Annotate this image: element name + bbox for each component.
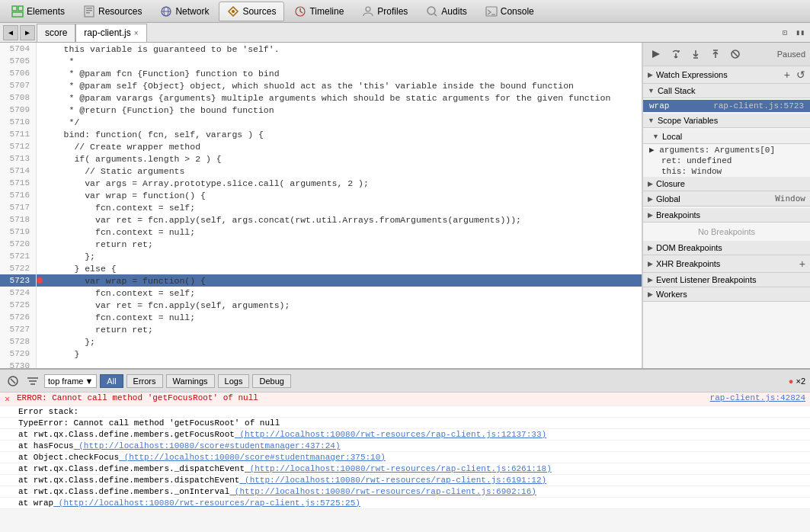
- code-line-5714[interactable]: 5714 // Static arguments: [0, 165, 642, 177]
- code-line-5724[interactable]: 5724 fcn.context = self;: [0, 287, 642, 299]
- closure-section[interactable]: ▶ Closure: [643, 177, 810, 191]
- filter-all-btn[interactable]: All: [100, 374, 123, 388]
- scope-arguments[interactable]: ▶ arguments: Arguments[0]: [643, 144, 810, 155]
- tab-profiles[interactable]: Profiles: [354, 2, 416, 21]
- code-line-5704[interactable]: 5704 this variable is guaranteed to be '…: [0, 43, 642, 55]
- clear-console-btn[interactable]: [5, 373, 21, 389]
- scope-variables-section[interactable]: ▼ Scope Variables: [643, 114, 810, 128]
- local-section[interactable]: ▼ Local: [643, 130, 810, 144]
- code-line-5730[interactable]: 5730: [0, 360, 642, 368]
- deactivate-btn[interactable]: [727, 46, 744, 62]
- local-triangle-icon: ▼: [652, 133, 659, 140]
- svg-point-16: [427, 7, 435, 14]
- deactivate-icon: [730, 49, 741, 59]
- event-listener-section[interactable]: ▶ Event Listener Breakpoints: [643, 273, 810, 287]
- file-tab-score[interactable]: score: [37, 24, 75, 42]
- code-line-5721[interactable]: 5721 };: [0, 250, 642, 262]
- code-line-5726[interactable]: 5726 fcn.context = null;: [0, 311, 642, 323]
- console-link[interactable]: (http://localhost:10080/rwt-resources/ra…: [245, 464, 552, 473]
- code-line-5725[interactable]: 5725 var ret = fcn.apply(self, arguments…: [0, 299, 642, 311]
- workers-label: Workers: [656, 290, 687, 299]
- watch-add-btn[interactable]: +: [784, 69, 790, 81]
- xhr-breakpoints-section[interactable]: ▶ XHR Breakpoints +: [643, 255, 810, 273]
- resume-btn[interactable]: [648, 46, 664, 62]
- tab-sources[interactable]: Sources: [219, 2, 284, 21]
- code-line-5729[interactable]: 5729 }: [0, 348, 642, 360]
- line-number: 5721: [0, 250, 37, 262]
- nav-next-btn[interactable]: ▶: [20, 25, 35, 40]
- code-line-5709[interactable]: 5709 * @return {Function} the bound func…: [0, 104, 642, 116]
- file-tab-rap-client[interactable]: rap-client.js ×: [75, 24, 146, 42]
- code-line-5715[interactable]: 5715 var args = Array.prototype.slice.ca…: [0, 177, 642, 189]
- frame-selector[interactable]: top frame ▼: [44, 374, 97, 388]
- call-stack-section[interactable]: ▼ Call Stack: [643, 84, 810, 98]
- filter-errors-btn[interactable]: Errors: [126, 374, 163, 388]
- tab-console[interactable]: Console: [477, 2, 543, 21]
- panel-btn-1[interactable]: ⊡: [778, 26, 792, 40]
- console-link[interactable]: (http://localhost:10080/rwt-resources/ra…: [229, 487, 536, 496]
- code-line-5722[interactable]: 5722 } else {: [0, 262, 642, 274]
- step-into-btn[interactable]: [687, 46, 704, 62]
- code-line-5716[interactable]: 5716 var wrap = function() {: [0, 189, 642, 201]
- code-line-5723[interactable]: 5723 var wrap = function() {: [0, 274, 642, 287]
- console-line-source[interactable]: rap-client.js:42824: [710, 393, 805, 402]
- line-number: 5704: [0, 43, 37, 55]
- tab-elements[interactable]: Elements: [3, 2, 73, 21]
- xhr-add-btn[interactable]: +: [799, 258, 805, 270]
- line-number: 5714: [0, 165, 37, 177]
- paused-label: Paused: [777, 50, 805, 59]
- code-line-5711[interactable]: 5711 bind: function( fcn, self, varargs …: [0, 128, 642, 140]
- code-line-5713[interactable]: 5713 if( arguments.length > 2 ) {: [0, 152, 642, 165]
- console-link[interactable]: (http://localhost:10080/rwt-resources/ra…: [235, 430, 546, 439]
- code-line-5710[interactable]: 5710 */: [0, 116, 642, 128]
- step-out-btn[interactable]: [707, 46, 724, 62]
- code-line-5705[interactable]: 5705 *: [0, 55, 642, 67]
- console-line: at rwt.qx.Class.define.members.getFocusR…: [0, 429, 810, 441]
- nav-prev-btn[interactable]: ◀: [3, 25, 18, 40]
- console-link[interactable]: (http://localhost:10080/rwt-resources/ra…: [239, 476, 546, 485]
- filter-console-btn[interactable]: [24, 373, 41, 389]
- code-line-5727[interactable]: 5727 return ret;: [0, 323, 642, 335]
- svg-rect-2: [12, 12, 23, 17]
- watch-expressions-section[interactable]: ▶ Watch Expressions + ↺: [643, 66, 810, 84]
- console-link[interactable]: (http://localhost:10080/score#studentman…: [119, 453, 386, 462]
- code-scroll[interactable]: 5704 this variable is guaranteed to be '…: [0, 43, 642, 368]
- rap-client-close-btn[interactable]: ×: [134, 29, 139, 37]
- code-line-5708[interactable]: 5708 * @param varargs {arguments} multip…: [0, 91, 642, 104]
- dom-triangle-icon: ▶: [648, 244, 653, 252]
- filter-logs-btn[interactable]: Logs: [218, 374, 250, 388]
- console-link[interactable]: (http://localhost:10080/score#studentman…: [74, 441, 341, 450]
- global-section[interactable]: ▶ Global Window: [643, 191, 810, 207]
- main-area: 5704 this variable is guaranteed to be '…: [0, 43, 810, 368]
- code-line-5706[interactable]: 5706 * @param fcn {Function} function to…: [0, 67, 642, 79]
- tab-resources[interactable]: Resources: [75, 2, 150, 21]
- step-over-btn[interactable]: [668, 46, 684, 62]
- code-line-5707[interactable]: 5707 * @param self {Object} object, whic…: [0, 79, 642, 91]
- line-content: fcn.context = self;: [37, 203, 195, 213]
- line-content: *: [37, 56, 74, 66]
- code-line-5712[interactable]: 5712 // Create wrapper method: [0, 140, 642, 152]
- watch-refresh-btn[interactable]: ↺: [796, 69, 805, 81]
- filter-debug-btn[interactable]: Debug: [252, 374, 290, 388]
- tab-timeline[interactable]: Timeline: [286, 2, 352, 21]
- error-circle-icon: ●: [789, 377, 794, 386]
- tab-audits[interactable]: Audits: [418, 2, 475, 21]
- console-output[interactable]: ✕ERROR: Cannot call method 'getFocusRoot…: [0, 393, 810, 509]
- no-breakpoints-text: No Breakpoints: [643, 224, 810, 239]
- tab-network[interactable]: Network: [152, 2, 217, 21]
- console-line-text: at rwt.qx.Class.define.members._dispatch…: [18, 464, 805, 473]
- code-line-5720[interactable]: 5720 return ret;: [0, 238, 642, 250]
- panel-btn-2[interactable]: ▮▮: [793, 26, 807, 40]
- code-line-5718[interactable]: 5718 var ret = fcn.apply(self, args.conc…: [0, 213, 642, 226]
- console-link[interactable]: (http://localhost:10080/rwt-resources/ra…: [53, 498, 360, 508]
- line-content: * @param varargs {arguments} multiple ar…: [37, 93, 610, 103]
- filter-warnings-btn[interactable]: Warnings: [166, 374, 215, 388]
- breakpoints-section[interactable]: ▶ Breakpoints: [643, 208, 810, 223]
- code-line-5728[interactable]: 5728 };: [0, 335, 642, 348]
- line-content: }: [37, 349, 79, 359]
- dom-breakpoints-section[interactable]: ▶ DOM Breakpoints: [643, 241, 810, 255]
- code-line-5717[interactable]: 5717 fcn.context = self;: [0, 201, 642, 213]
- call-stack-item-wrap[interactable]: wrap rap-client.js:5723: [643, 100, 810, 112]
- workers-section[interactable]: ▶ Workers: [643, 287, 810, 302]
- code-line-5719[interactable]: 5719 fcn.context = null;: [0, 226, 642, 238]
